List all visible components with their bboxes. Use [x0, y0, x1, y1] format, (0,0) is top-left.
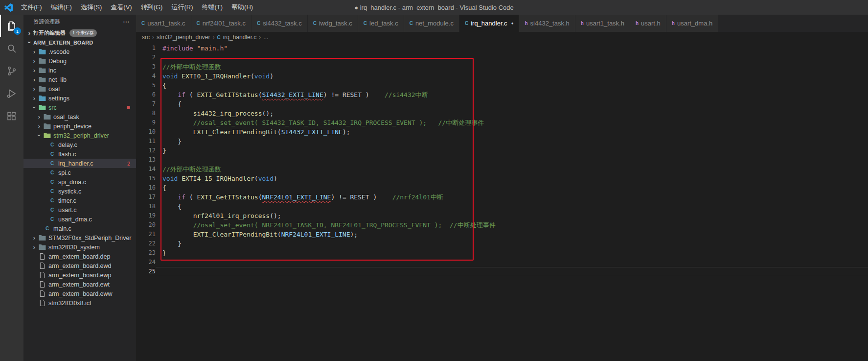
menu-item[interactable]: 运行(R)	[167, 0, 197, 15]
tree-item-src[interactable]: ›src	[23, 103, 136, 112]
chevron-down-icon[interactable]: ›	[31, 104, 38, 112]
chevron-right-icon[interactable]: ›	[30, 48, 38, 55]
tree-item-arm_extern_board.ewt[interactable]: arm_extern_board.ewt	[23, 280, 136, 289]
menu-item[interactable]: 查看(V)	[106, 0, 136, 15]
chevron-right-icon[interactable]: ›	[30, 67, 38, 73]
tab-usart1_task.h[interactable]: husart1_task.h	[575, 15, 630, 32]
chevron-right-icon[interactable]: ›	[35, 123, 43, 129]
chevron-right-icon[interactable]: ›	[30, 58, 38, 64]
open-editors-section[interactable]: › 打开的编辑器 1 个未保存	[23, 28, 136, 38]
tab-iwdg_task.c[interactable]: Ciwdg_task.c	[308, 15, 358, 32]
tab-si4432_task.c[interactable]: Csi4432_task.c	[251, 15, 308, 32]
code-line-4[interactable]: 4void EXTI0_1_IRQHandler(void)	[136, 72, 868, 81]
activity-search[interactable]	[0, 37, 23, 60]
tree-item-stm32f030_system[interactable]: ›stm32f030_system	[23, 242, 136, 252]
tree-item-osal[interactable]: ›osal	[23, 84, 136, 94]
tree-item-inc[interactable]: ›inc	[23, 66, 136, 75]
tab-net_module.c[interactable]: Cnet_module.c	[404, 15, 459, 32]
tree-item-flash.c[interactable]: Cflash.c	[23, 149, 136, 159]
menu-item[interactable]: 帮助(H)	[227, 0, 257, 15]
tree-item-arm_extern_board.ewp[interactable]: arm_extern_board.ewp	[23, 270, 136, 280]
breadcrumb-item[interactable]: stm32_periph_driver	[157, 34, 210, 41]
code-line-21[interactable]: 21 EXTI_ClearITPendingBit(NRF24L01_EXTI_…	[136, 230, 868, 239]
code-line-2[interactable]: 2	[136, 53, 868, 62]
code-line-9[interactable]: 9 //osal_set_event( SI4432_TASK_ID, SI44…	[136, 118, 868, 127]
tree-item-usart_dma.c[interactable]: Cusart_dma.c	[23, 215, 136, 224]
code-line-11[interactable]: 11 }	[136, 137, 868, 146]
tree-item-osal_task[interactable]: ›osal_task	[23, 112, 136, 121]
tree-item-settings[interactable]: ›settings	[23, 94, 136, 103]
chevron-right-icon[interactable]: ›	[30, 95, 38, 101]
code-line-25[interactable]: 25	[136, 267, 868, 276]
breadcrumb-item[interactable]: irq_handler.c	[223, 34, 257, 41]
tree-item-arm_extern_board.eww[interactable]: arm_extern_board.eww	[23, 289, 136, 298]
tab-usart1_task.c[interactable]: Cusart1_task.c	[136, 15, 191, 32]
activity-extensions[interactable]	[0, 105, 23, 127]
code-line-22[interactable]: 22 }	[136, 239, 868, 248]
code-line-16[interactable]: 16{	[136, 183, 868, 193]
tree-item-net_lib[interactable]: ›net_lib	[23, 75, 136, 84]
menu-item[interactable]: 编辑(E)	[46, 0, 76, 15]
tree-item-.vscode[interactable]: ›.vscode	[23, 47, 136, 56]
code-line-24[interactable]: 24	[136, 258, 868, 267]
tab-si4432_task.h[interactable]: hsi4432_task.h	[519, 15, 575, 32]
code-line-6[interactable]: 6 if ( EXTI_GetITStatus(SI4432_EXTI_LINE…	[136, 90, 868, 99]
code-line-20[interactable]: 20 //osal_set_event( NRF24L01_TASK_ID, N…	[136, 220, 868, 230]
code-line-18[interactable]: 18 {	[136, 202, 868, 211]
code-line-14[interactable]: 14//外部中断处理函数	[136, 165, 868, 174]
tree-item-periph_device[interactable]: ›periph_device	[23, 121, 136, 131]
code-line-5[interactable]: 5{	[136, 81, 868, 90]
code-line-13[interactable]: 13	[136, 155, 868, 165]
chevron-right-icon[interactable]: ›	[35, 114, 43, 120]
tab-usart_dma.h[interactable]: husart_dma.h	[666, 15, 718, 32]
tree-item-stm32f030x8.icf[interactable]: stm32f030x8.icf	[23, 298, 136, 308]
breadcrumb-item[interactable]: src	[142, 34, 150, 41]
chevron-down-icon[interactable]: ›	[36, 132, 43, 140]
chevron-right-icon[interactable]: ›	[30, 235, 38, 241]
code-line-17[interactable]: 17 if ( EXTI_GetITStatus(NRF24L01_EXTI_L…	[136, 193, 868, 202]
code-line-12[interactable]: 12}	[136, 146, 868, 155]
activity-source-control[interactable]	[0, 60, 23, 82]
modified-dot-icon[interactable]: ●	[511, 21, 514, 25]
tree-item-arm_extern_board.ewd[interactable]: arm_extern_board.ewd	[23, 261, 136, 270]
tree-item-spi_dma.c[interactable]: Cspi_dma.c	[23, 177, 136, 187]
menu-item[interactable]: 转到(G)	[137, 0, 167, 15]
tree-item-STM32F0xx_StdPeriph_Driver[interactable]: ›STM32F0xx_StdPeriph_Driver	[23, 233, 136, 242]
menu-item[interactable]: 终端(T)	[197, 0, 227, 15]
menu-item[interactable]: 选择(S)	[76, 0, 106, 15]
chevron-right-icon[interactable]: ›	[30, 244, 38, 250]
tree-item-arm_extern_board.dep[interactable]: arm_extern_board.dep	[23, 252, 136, 261]
tree-item-stm32_periph_driver[interactable]: ›stm32_periph_driver	[23, 131, 136, 140]
chevron-right-icon[interactable]: ›	[30, 76, 38, 83]
tab-led_task.c[interactable]: Cled_task.c	[358, 15, 404, 32]
tab-irq_handler.c[interactable]: Cirq_handler.c●	[459, 15, 520, 32]
code-token: EXTI0_1_IRQHandler	[182, 72, 251, 80]
tree-item-delay.c[interactable]: Cdelay.c	[23, 140, 136, 149]
code-line-8[interactable]: 8 si4432_irq_process();	[136, 109, 868, 118]
code-line-15[interactable]: 15void EXTI4_15_IRQHandler(void)	[136, 174, 868, 183]
breadcrumb-item[interactable]: ...	[263, 34, 268, 41]
code-line-10[interactable]: 10 EXTI_ClearITPendingBit(SI4432_EXTI_LI…	[136, 127, 868, 137]
code-line-1[interactable]: 1#include "main.h"	[136, 44, 868, 53]
code-line-19[interactable]: 19 nrf24l01_irq_process();	[136, 211, 868, 220]
tree-item-timer.c[interactable]: Ctimer.c	[23, 196, 136, 205]
tree-item-irq_handler.c[interactable]: Cirq_handler.c2	[23, 159, 136, 168]
tree-item-usart.c[interactable]: Cusart.c	[23, 205, 136, 215]
code-line-3[interactable]: 3//外部中断处理函数	[136, 62, 868, 72]
tab-usart.h[interactable]: husart.h	[630, 15, 666, 32]
tree-item-Debug[interactable]: ›Debug	[23, 56, 136, 66]
activity-run-debug[interactable]	[0, 82, 23, 105]
tree-item-systick.c[interactable]: Csystick.c	[23, 187, 136, 196]
tree-item-main.c[interactable]: Cmain.c	[23, 224, 136, 233]
menu-item[interactable]: 文件(F)	[17, 0, 46, 15]
more-actions-icon[interactable]: ⋯	[123, 18, 130, 25]
activity-explorer[interactable]: 1	[0, 15, 23, 37]
root-folder-row[interactable]: › ARM_EXTERN_BOARD	[23, 38, 136, 47]
code-line-23[interactable]: 23}	[136, 248, 868, 258]
code-line-7[interactable]: 7 {	[136, 99, 868, 109]
tree-item-spi.c[interactable]: Cspi.c	[23, 168, 136, 177]
code-token: ) != RESET )	[323, 91, 385, 98]
activity-bar: 1	[0, 15, 23, 361]
chevron-right-icon[interactable]: ›	[30, 86, 38, 92]
tab-nrf24l01_task.c[interactable]: Cnrf24l01_task.c	[191, 15, 251, 32]
